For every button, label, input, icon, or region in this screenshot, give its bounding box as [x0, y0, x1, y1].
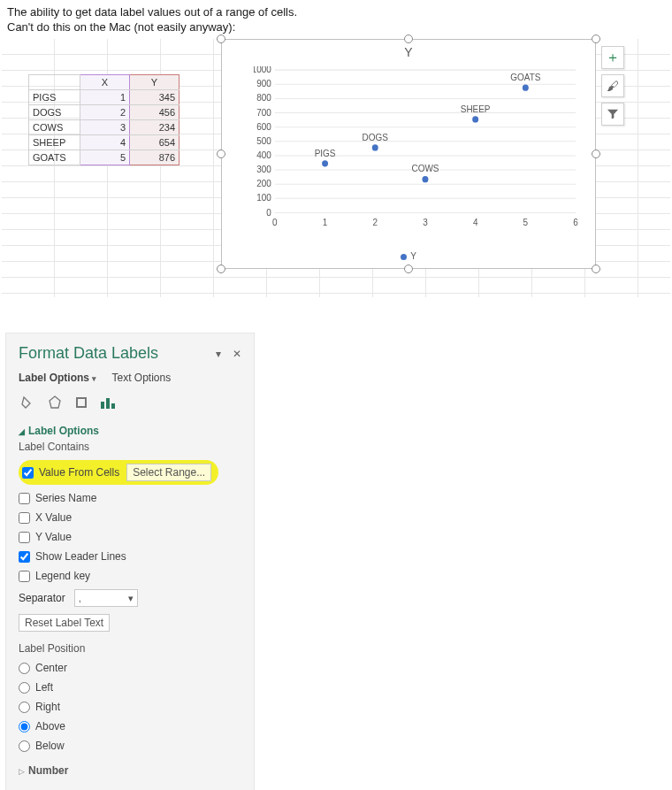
cell-y[interactable]: 456 [130, 105, 179, 120]
size-properties-icon[interactable] [72, 393, 91, 412]
legend-key-checkbox[interactable] [19, 571, 30, 582]
leader-lines-checkbox[interactable] [19, 551, 30, 563]
y-value-checkbox[interactable] [19, 532, 30, 543]
label-options-icon[interactable] [98, 393, 118, 412]
chart-object[interactable]: Y 01002003004005006007008009001000012345… [221, 39, 596, 269]
row-label[interactable]: GOATS [29, 150, 80, 165]
svg-text:2: 2 [372, 218, 378, 227]
chart-plot-area[interactable]: 010020030040050060070080090010000123456P… [254, 66, 581, 227]
radio-above[interactable]: Above [19, 720, 241, 732]
svg-text:500: 500 [256, 136, 271, 146]
chart-styles-button[interactable]: 🖌 [601, 74, 624, 97]
resize-handle[interactable] [217, 35, 225, 43]
row-label[interactable]: DOGS [29, 105, 80, 120]
cell-x[interactable]: 2 [80, 105, 130, 120]
tab-text-options[interactable]: Text Options [111, 372, 171, 384]
row-label[interactable]: COWS [29, 120, 80, 135]
svg-text:1: 1 [323, 218, 328, 227]
cell-y[interactable]: 234 [130, 120, 179, 135]
reset-label-text-button[interactable]: Reset Label Text [19, 614, 110, 632]
funnel-icon [607, 108, 619, 120]
svg-text:3: 3 [423, 218, 428, 227]
checkbox-value-from-cells[interactable]: Value From Cells [22, 466, 119, 479]
svg-text:600: 600 [256, 122, 271, 132]
svg-rect-43 [106, 398, 110, 409]
effects-icon[interactable] [45, 393, 65, 412]
svg-rect-41 [78, 399, 85, 406]
chart-legend[interactable]: Y [222, 251, 595, 261]
svg-rect-42 [101, 402, 104, 409]
svg-text:700: 700 [256, 107, 271, 117]
chevron-down-icon: ▾ [128, 593, 134, 604]
intro-line-1: The ability to get data label values out… [7, 5, 665, 19]
checkbox-show-leader-lines[interactable]: Show Leader Lines [19, 550, 241, 563]
svg-text:DOGS: DOGS [363, 132, 388, 142]
cell-x[interactable]: 1 [80, 90, 130, 105]
chart-side-buttons: ＋ 🖌 [601, 46, 624, 131]
separator-label: Separator [19, 592, 65, 604]
svg-text:SHEEP: SHEEP [461, 104, 491, 114]
section-label-options[interactable]: ◢Label Options [19, 425, 241, 437]
svg-text:1000: 1000 [254, 66, 271, 74]
resize-handle[interactable] [217, 265, 225, 273]
chart-add-element-button[interactable]: ＋ [601, 46, 624, 69]
x-value-checkbox[interactable] [19, 512, 30, 524]
resize-handle[interactable] [404, 265, 413, 273]
svg-text:PIGS: PIGS [315, 148, 336, 157]
legend-marker [401, 254, 407, 260]
cell-x[interactable]: 4 [80, 135, 130, 150]
radio-left[interactable]: Left [19, 681, 241, 694]
checkbox-y-value[interactable]: Y Value [19, 531, 241, 543]
value-from-cells-row-highlight: Value From Cells Select Range... [19, 460, 218, 485]
tab-label-options[interactable]: Label Options ▾ [19, 372, 96, 384]
resize-handle[interactable] [217, 150, 225, 158]
radio-right[interactable]: Right [19, 701, 241, 713]
cell-y[interactable]: 345 [130, 90, 179, 105]
row-label[interactable]: PIGS [29, 90, 80, 105]
cell-x[interactable]: 3 [80, 120, 130, 135]
pane-menu-dropdown[interactable]: ▾ [216, 348, 221, 360]
svg-point-31 [372, 144, 378, 150]
pane-category-icons [19, 393, 241, 412]
cell-y[interactable]: 654 [130, 135, 179, 150]
radio-below[interactable]: Below [19, 740, 241, 752]
svg-text:900: 900 [256, 79, 271, 88]
label-position-heading: Label Position [19, 642, 241, 655]
legend-label: Y [410, 251, 416, 261]
checkbox-legend-key[interactable]: Legend key [19, 570, 241, 582]
cell-y[interactable]: 876 [130, 150, 179, 165]
table-corner [29, 75, 80, 90]
plus-icon: ＋ [606, 49, 620, 67]
section-number[interactable]: ▷Number [19, 764, 241, 777]
resize-handle[interactable] [592, 35, 600, 43]
col-header-y[interactable]: Y [130, 75, 179, 90]
svg-point-35 [472, 116, 478, 122]
data-table[interactable]: X Y PIGS1345 DOGS2456 COWS3234 SHEEP4654… [28, 74, 179, 165]
row-label[interactable]: SHEEP [29, 135, 80, 150]
resize-handle[interactable] [592, 150, 600, 158]
svg-text:400: 400 [256, 150, 271, 160]
svg-text:GOATS: GOATS [510, 73, 540, 82]
value-from-cells-checkbox[interactable] [22, 467, 34, 479]
radio-center[interactable]: Center [19, 662, 241, 674]
pane-close-button[interactable]: ✕ [233, 348, 241, 360]
intro-text: The ability to get data label values out… [0, 0, 672, 39]
checkbox-series-name[interactable]: Series Name [19, 492, 241, 504]
collapse-icon: ▷ [19, 767, 25, 776]
svg-text:0: 0 [272, 218, 278, 227]
cell-x[interactable]: 5 [80, 150, 130, 165]
col-header-x[interactable]: X [80, 75, 130, 90]
svg-text:COWS: COWS [412, 164, 439, 173]
fill-line-icon[interactable] [19, 393, 38, 412]
separator-dropdown[interactable]: ,▾ [74, 589, 138, 607]
pane-title: Format Data Labels [19, 344, 158, 363]
svg-text:200: 200 [256, 179, 271, 188]
format-data-labels-pane: Format Data Labels ▾ ✕ Label Options ▾ T… [5, 333, 255, 790]
resize-handle[interactable] [592, 265, 600, 273]
checkbox-x-value[interactable]: X Value [19, 511, 241, 524]
label-contains-heading: Label Contains [19, 441, 241, 453]
select-range-button[interactable]: Select Range... [126, 464, 211, 481]
resize-handle[interactable] [404, 35, 413, 43]
chart-filter-button[interactable] [601, 103, 624, 126]
series-name-checkbox[interactable] [19, 493, 30, 504]
